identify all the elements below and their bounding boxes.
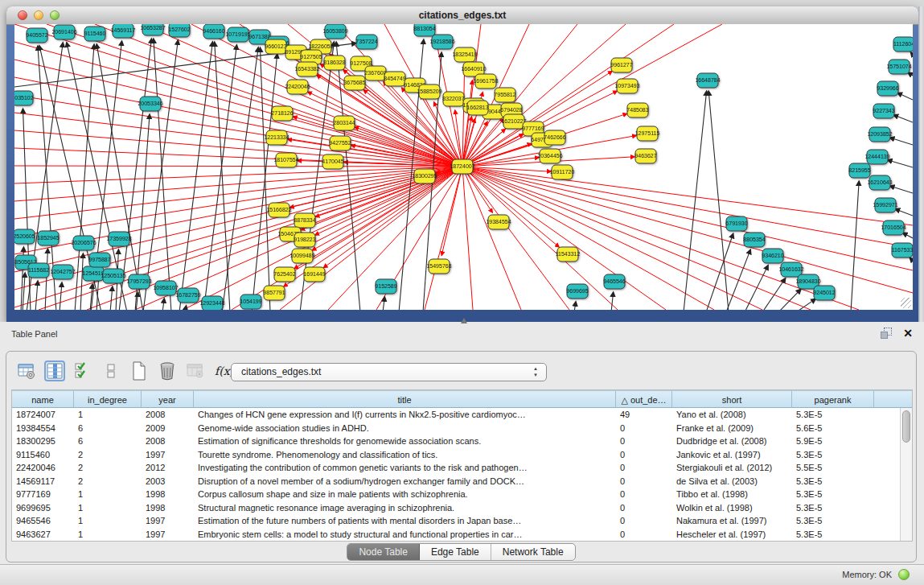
table-cell-year[interactable]: 1997 xyxy=(142,448,194,462)
graph-node[interactable]: 19384554 xyxy=(486,215,511,229)
float-panel-icon[interactable] xyxy=(881,328,892,339)
graph-node[interactable]: 9465546 xyxy=(603,274,625,289)
table-cell-title[interactable]: Estimation of significance thresholds fo… xyxy=(194,435,616,448)
show-columns-button[interactable] xyxy=(72,360,93,381)
table-cell-pagerank[interactable]: 5.3E-5 xyxy=(792,448,874,462)
node-table[interactable]: namein_degreeyeartitle△ out_de…shortpage… xyxy=(11,389,913,542)
table-cell-title[interactable]: Tourette syndrome. Phenomenology and cla… xyxy=(194,448,616,462)
graph-node[interactable]: 17359928 xyxy=(106,232,131,246)
graph-node[interactable]: 9961277 xyxy=(610,58,632,72)
graph-node[interactable]: 1115682 xyxy=(28,263,49,278)
graph-node[interactable]: 9463627 xyxy=(634,149,656,163)
table-row[interactable]: 946554611997Estimation of the future num… xyxy=(12,514,900,528)
table-cell-name[interactable]: 19384554 xyxy=(12,422,74,435)
table-cell-in_degree[interactable]: 1 xyxy=(74,408,142,422)
graph-node[interactable]: 17016504 xyxy=(881,220,906,235)
graph-node[interactable]: 1527602 xyxy=(168,24,190,37)
graph-node[interactable]: 8186328 xyxy=(323,56,345,70)
graph-node[interactable]: 20053346 xyxy=(138,97,162,111)
table-cell-in_degree[interactable]: 2 xyxy=(74,475,142,488)
graph-node[interactable]: 9227343 xyxy=(873,104,894,118)
graph-node[interactable]: 15495768 xyxy=(426,259,451,274)
graph-node[interactable]: 9329966 xyxy=(877,81,898,96)
column-header-name[interactable]: name xyxy=(12,390,74,408)
graph-node[interactable]: 18300295 xyxy=(412,169,437,183)
table-cell-title[interactable]: Corpus callosum shape and size in male p… xyxy=(194,488,616,501)
graph-node[interactable]: 7485083 xyxy=(626,103,648,117)
table-cell-out_degree[interactable]: 0 xyxy=(616,422,672,435)
graph-node[interactable]: 10958107 xyxy=(153,281,178,295)
table-cell-year[interactable]: 2008 xyxy=(142,408,194,422)
graph-node[interactable]: 9152589 xyxy=(375,279,396,294)
table-cell-short[interactable]: de Silva et al. (2003) xyxy=(672,475,792,488)
graph-node[interactable]: 19218586 xyxy=(429,35,454,49)
table-cell-short[interactable]: Tibbo et al. (1998) xyxy=(672,488,792,501)
table-cell-year[interactable]: 2008 xyxy=(142,435,194,448)
tab-edge-table[interactable]: Edge Table xyxy=(420,544,491,560)
graph-node[interactable]: 7625402 xyxy=(273,267,295,282)
graph-node[interactable]: 8215955 xyxy=(848,163,870,178)
graph-node[interactable]: 3675685 xyxy=(343,76,365,90)
table-cell-year[interactable]: 1998 xyxy=(142,488,194,501)
graph-node[interactable]: 4170045 xyxy=(322,154,343,169)
graph-node[interactable]: 20691406 xyxy=(51,25,76,39)
table-cell-short[interactable]: Jankovic et al. (1997) xyxy=(672,448,792,462)
tab-network-table[interactable]: Network Table xyxy=(491,544,575,560)
table-settings-button[interactable] xyxy=(16,360,37,381)
table-cell-pagerank[interactable]: 5.5E-5 xyxy=(792,461,874,475)
graph-node[interactable]: 9198223 xyxy=(294,233,315,247)
graph-node[interactable]: 20206576 xyxy=(71,236,96,250)
graph-node[interactable]: 16648784 xyxy=(695,73,720,88)
column-header-title[interactable]: title xyxy=(194,390,616,408)
graph-node[interactable]: 10719195 xyxy=(225,27,250,42)
graph-node[interactable]: 1691449 xyxy=(303,267,325,282)
graph-node[interactable]: 7357224 xyxy=(355,35,377,49)
table-row[interactable]: 977716911998Corpus callosum shape and si… xyxy=(12,488,900,501)
graph-node[interactable]: 8322037 xyxy=(442,92,464,106)
graph-node[interactable]: 18724007 xyxy=(450,159,474,174)
column-header-out_degree[interactable]: △ out_de… xyxy=(616,390,672,408)
table-cell-pagerank[interactable]: 5.3E-5 xyxy=(792,528,874,542)
graph-node[interactable]: 15166822 xyxy=(266,203,291,217)
vertical-scrollbar[interactable] xyxy=(900,408,912,541)
table-cell-short[interactable]: Dudbridge et al. (2008) xyxy=(672,435,792,448)
graph-node[interactable]: 2035102 xyxy=(14,91,34,105)
table-cell-in_degree[interactable]: 2 xyxy=(74,461,142,475)
table-cell-year[interactable]: 1998 xyxy=(142,501,194,515)
table-cell-in_degree[interactable]: 6 xyxy=(74,422,142,435)
table-selector-dropdown[interactable]: citations_edges.txt ▲▼ xyxy=(231,363,547,381)
table-cell-name[interactable]: 18300295 xyxy=(12,435,74,448)
column-header-pagerank[interactable]: pagerank xyxy=(792,390,874,408)
table-cell-out_degree[interactable]: 0 xyxy=(616,488,672,501)
graph-node[interactable]: 8454749 xyxy=(384,72,405,86)
network-canvas[interactable]: 9405572206914069115460145691171065328715… xyxy=(14,24,913,310)
table-cell-out_degree[interactable]: 49 xyxy=(616,408,672,422)
graph-node[interactable]: 17957293 xyxy=(126,274,151,289)
table-cell-in_degree[interactable]: 2 xyxy=(74,448,142,462)
table-cell-year[interactable]: 1997 xyxy=(142,528,194,542)
column-header-short[interactable]: short xyxy=(672,390,792,408)
table-cell-out_degree[interactable]: 0 xyxy=(616,501,672,515)
network-graph[interactable]: 9405572206914069115460145691171065328715… xyxy=(14,24,913,310)
table-cell-title[interactable]: Changes of HCN gene expression and I(f) … xyxy=(194,408,616,422)
table-row[interactable]: 1830029562008Estimation of significance … xyxy=(12,435,900,448)
table-cell-name[interactable]: 22420046 xyxy=(12,461,74,475)
graph-node[interactable]: 10911720 xyxy=(550,165,575,179)
table-cell-title[interactable]: Genome-wide association studies in ADHD. xyxy=(194,422,616,435)
graph-node[interactable]: 7462666 xyxy=(544,130,565,145)
delete-entry-button[interactable] xyxy=(157,360,178,381)
table-cell-year[interactable]: 2009 xyxy=(142,422,194,435)
table-cell-pagerank[interactable]: 5.3E-5 xyxy=(792,475,874,488)
graph-node[interactable]: 12213334 xyxy=(264,130,289,145)
graph-node[interactable]: 22420046 xyxy=(285,80,310,94)
table-cell-pagerank[interactable]: 5.6E-5 xyxy=(792,422,874,435)
graph-node[interactable]: 2803144 xyxy=(333,116,355,130)
table-row[interactable]: 969969511998Structural magnetic resonanc… xyxy=(12,501,900,515)
table-cell-year[interactable]: 2003 xyxy=(142,475,194,488)
graph-node[interactable]: 16543382 xyxy=(294,62,319,76)
table-cell-title[interactable]: Embryonic stem cells: a model to study s… xyxy=(194,528,616,542)
table-cell-name[interactable]: 9465546 xyxy=(12,514,74,528)
table-cell-short[interactable]: Franke et al. (2009) xyxy=(672,422,792,435)
table-cell-year[interactable]: 2012 xyxy=(142,461,194,475)
graph-node[interactable]: 9466160 xyxy=(203,24,224,39)
